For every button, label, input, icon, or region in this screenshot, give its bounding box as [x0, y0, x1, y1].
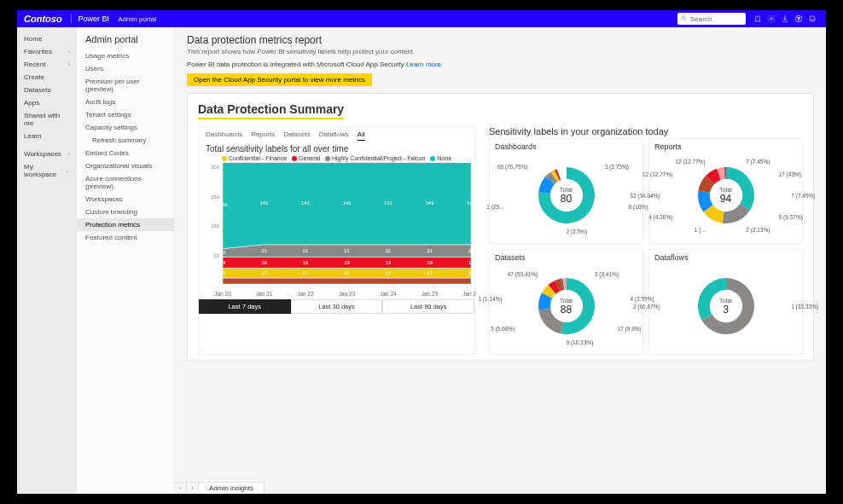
report-tabs: DashboardsReportsDatasetsDataflowsAll	[199, 127, 474, 141]
nav-item-workspaces[interactable]: Workspaces›	[17, 148, 77, 160]
report-panel: Data Protection Summary DashboardsReport…	[187, 93, 814, 361]
svg-text:141: 141	[384, 200, 393, 206]
breadcrumb[interactable]: Admin portal	[118, 15, 156, 23]
donut-chart: Total803 (3.75%)8 (10%)2 (2.5%)1 (25...6…	[495, 153, 637, 238]
svg-text:149: 149	[218, 202, 228, 207]
sidemenu-item-organizational-visuals[interactable]: Organizational visuals	[77, 159, 174, 172]
svg-text:100: 100	[211, 223, 220, 229]
legend-item: None	[430, 155, 451, 161]
open-cas-button[interactable]: Open the Cloud App Security portal to vi…	[187, 73, 372, 86]
report-tab-datasets[interactable]: Datasets	[283, 130, 311, 141]
footer-tab-admin-insights[interactable]: Admin insights	[199, 483, 265, 494]
app-name[interactable]: Power BI	[71, 14, 110, 23]
page-subtitle: This report shows how Power BI sensitivi…	[187, 48, 814, 55]
sidemenu-item-custom-branding[interactable]: Custom branding	[77, 206, 174, 218]
donut-title: Dataflows	[654, 253, 797, 262]
feedback-icon[interactable]	[805, 12, 819, 26]
nav-item-create[interactable]: Create	[17, 71, 77, 84]
svg-text:21: 21	[386, 248, 392, 253]
sidemenu-item-featured-content[interactable]: Featured content	[77, 231, 174, 244]
page-note: Power BI data protection is integrated w…	[187, 61, 814, 68]
svg-text:21: 21	[427, 248, 433, 253]
search-input[interactable]: Search	[677, 13, 746, 25]
nav-item-shared-with-me[interactable]: Shared with me	[17, 109, 77, 130]
svg-text:21: 21	[261, 248, 267, 253]
donut-title: Reports	[654, 142, 797, 151]
svg-text:17: 17	[261, 270, 267, 275]
donut-chart: Total31 (33.33%)2 (66.67%)	[654, 264, 797, 349]
donut-card-dashboards: DashboardsTotal803 (3.75%)8 (10%)2 (2.5%…	[489, 138, 643, 244]
donut-card-datasets: DatasetsTotal883 (3.41%)4 (3.55%)17 (9.9…	[489, 249, 643, 355]
nav-item-favorites[interactable]: Favorites›	[17, 45, 77, 58]
svg-point-5	[810, 16, 815, 21]
donut-title: Datasets	[495, 253, 637, 262]
nav-item-my-workspace[interactable]: My workspace⌄	[17, 160, 77, 181]
settings-icon[interactable]	[765, 12, 778, 26]
sidemenu-item-premium-per-user-preview-[interactable]: Premium per user (preview)	[77, 75, 174, 96]
svg-text:Jan 20: Jan 20	[214, 291, 231, 297]
help-icon[interactable]: ?	[792, 12, 805, 26]
svg-point-0	[682, 16, 685, 20]
svg-text:Jan 24: Jan 24	[380, 291, 397, 297]
time-tab-0[interactable]: Last 7 days	[199, 299, 291, 314]
admin-sidemenu: Admin portal Usage metricsUsersPremium p…	[77, 27, 175, 494]
sidemenu-item-capacity-settings[interactable]: Capacity settings	[77, 121, 174, 134]
svg-text:141: 141	[425, 200, 434, 206]
nav-item-home[interactable]: Home	[17, 32, 77, 45]
svg-text:Jan 22: Jan 22	[297, 291, 314, 297]
time-tab-2[interactable]: Last 90 days	[382, 299, 474, 314]
svg-text:Jan 25: Jan 25	[422, 291, 439, 297]
nav-item-recent[interactable]: Recent›	[17, 58, 77, 71]
svg-text:19: 19	[468, 260, 474, 265]
notifications-icon[interactable]	[751, 12, 765, 26]
sidemenu-item-refresh-summary[interactable]: Refresh summary	[77, 134, 174, 147]
svg-text:141: 141	[301, 200, 311, 206]
report-tab-dashboards[interactable]: Dashboards	[206, 130, 242, 141]
area-chart-card: DashboardsReportsDatasetsDataflowsAll To…	[198, 126, 475, 355]
sidemenu-title: Admin portal	[77, 32, 174, 49]
sidemenu-item-workspaces[interactable]: Workspaces	[77, 193, 174, 206]
learn-more-link[interactable]: Learn more	[406, 61, 441, 68]
nav-item-apps[interactable]: Apps	[17, 96, 77, 109]
nav-item-datasets[interactable]: Datasets	[17, 84, 77, 96]
svg-text:19: 19	[344, 260, 350, 265]
svg-text:17: 17	[220, 270, 226, 275]
svg-text:141: 141	[467, 200, 476, 206]
search-icon	[681, 15, 688, 22]
svg-text:21: 21	[303, 248, 309, 253]
svg-text:21: 21	[344, 248, 350, 253]
svg-text:19: 19	[303, 260, 309, 265]
svg-text:17: 17	[344, 270, 350, 275]
svg-text:50: 50	[213, 253, 219, 258]
report-tab-reports[interactable]: Reports	[251, 130, 275, 141]
svg-text:200: 200	[211, 165, 220, 170]
donut-card-reports: ReportsTotal947 (7.45%)17 (43%)7 (7.45%)…	[648, 138, 803, 244]
footer-next[interactable]: ›	[187, 483, 199, 494]
sidemenu-item-embed-codes[interactable]: Embed Codes	[77, 147, 174, 159]
sidemenu-item-users[interactable]: Users	[77, 62, 174, 75]
sidemenu-item-azure-connections-preview-[interactable]: Azure connections (preview)	[77, 172, 174, 193]
download-icon[interactable]	[778, 12, 792, 26]
footer-prev[interactable]: ‹	[175, 483, 187, 494]
svg-line-1	[685, 20, 687, 21]
svg-text:Jan 26: Jan 26	[462, 291, 476, 297]
report-tab-dataflows[interactable]: Dataflows	[319, 130, 349, 141]
donut-chart: Total883 (3.41%)4 (3.55%)17 (9.9%)9 (10.…	[495, 264, 637, 349]
nav-item-learn[interactable]: Learn	[17, 130, 77, 142]
report-tab-all[interactable]: All	[358, 130, 365, 141]
svg-text:150: 150	[211, 194, 220, 200]
svg-text:Jan 23: Jan 23	[339, 291, 356, 297]
sidemenu-item-protection-metrics[interactable]: Protection metrics	[77, 218, 174, 231]
donut-card-dataflows: DataflowsTotal31 (33.33%)2 (66.67%)	[648, 249, 803, 355]
sidemenu-item-tenant-settings[interactable]: Tenant settings	[77, 108, 174, 121]
report-title: Data Protection Summary	[198, 102, 344, 119]
sidemenu-item-audit-logs[interactable]: Audit logs	[77, 96, 174, 108]
svg-text:141: 141	[342, 200, 352, 206]
footer-tabs: ‹ › Admin insights	[175, 482, 265, 494]
sidemenu-item-usage-metrics[interactable]: Usage metrics	[77, 49, 174, 62]
time-range-tabs: Last 7 daysLast 30 daysLast 90 days	[199, 299, 474, 314]
svg-text:17: 17	[386, 270, 392, 275]
legend-item: Highly Confidential\Project - Falcon	[325, 155, 425, 161]
time-tab-1[interactable]: Last 30 days	[291, 299, 383, 314]
legend-item: Confidential - Finance	[222, 155, 287, 161]
